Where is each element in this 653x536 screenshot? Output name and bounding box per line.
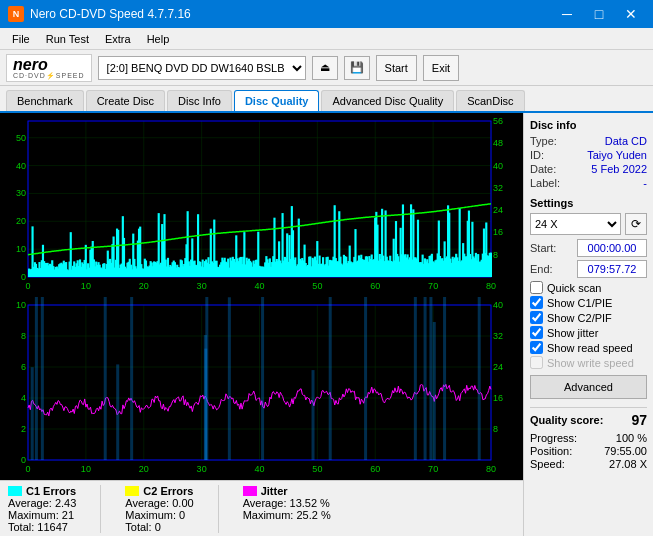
disc-info-section: Disc info Type: Data CD ID: Taiyo Yuden … [530, 119, 647, 189]
disc-info-title: Disc info [530, 119, 647, 131]
show-read-speed-row: Show read speed [530, 341, 647, 354]
c2-label: C2 Errors [143, 485, 193, 497]
maximize-button[interactable]: □ [585, 4, 613, 24]
titlebar: N Nero CD-DVD Speed 4.7.7.16 ─ □ ✕ [0, 0, 653, 28]
jitter-average: Average: 13.52 % [243, 497, 331, 509]
show-read-speed-label: Show read speed [547, 342, 633, 354]
show-jitter-checkbox[interactable] [530, 326, 543, 339]
legend-area: C1 Errors Average: 2.43 Maximum: 21 Tota… [0, 480, 523, 536]
quality-score-value: 97 [631, 412, 647, 428]
disc-type-label: Type: [530, 135, 557, 147]
nero-subbrand: CD·DVD⚡SPEED [13, 72, 85, 80]
show-jitter-label: Show jitter [547, 327, 598, 339]
c2-color-swatch [125, 486, 139, 496]
disc-date-row: Date: 5 Feb 2022 [530, 163, 647, 175]
jitter-maximum: Maximum: 25.2 % [243, 509, 331, 521]
show-c1pie-label: Show C1/PIE [547, 297, 612, 309]
show-c2pif-label: Show C2/PIF [547, 312, 612, 324]
tabs-bar: Benchmark Create Disc Disc Info Disc Qua… [0, 86, 653, 113]
tab-disc-info[interactable]: Disc Info [167, 90, 232, 111]
device-select[interactable]: [2:0] BENQ DVD DD DW1640 BSLB [98, 56, 306, 80]
legend-divider-2 [218, 485, 219, 533]
progress-row: Progress: 100 % [530, 432, 647, 444]
legend-divider-1 [100, 485, 101, 533]
c1-legend: C1 Errors Average: 2.43 Maximum: 21 Tota… [8, 485, 76, 533]
tab-benchmark[interactable]: Benchmark [6, 90, 84, 111]
c1-maximum: Maximum: 21 [8, 509, 76, 521]
show-jitter-row: Show jitter [530, 326, 647, 339]
minimize-button[interactable]: ─ [553, 4, 581, 24]
end-time-row: End: [530, 260, 647, 278]
save-icon-btn[interactable]: 💾 [344, 56, 370, 80]
quick-scan-checkbox[interactable] [530, 281, 543, 294]
refresh-button[interactable]: ⟳ [625, 213, 647, 235]
right-panel: Disc info Type: Data CD ID: Taiyo Yuden … [523, 113, 653, 536]
titlebar-title: Nero CD-DVD Speed 4.7.7.16 [30, 7, 191, 21]
app-icon: N [8, 6, 24, 22]
show-write-speed-row: Show write speed [530, 356, 647, 369]
c2-legend: C2 Errors Average: 0.00 Maximum: 0 Total… [125, 485, 193, 533]
disc-id-value: Taiyo Yuden [587, 149, 647, 161]
quick-scan-row: Quick scan [530, 281, 647, 294]
progress-label: Progress: [530, 432, 577, 444]
progress-section: Progress: 100 % Position: 79:55.00 Speed… [530, 432, 647, 470]
show-c2pif-checkbox[interactable] [530, 311, 543, 324]
speed-label: Speed: [530, 458, 565, 470]
show-read-speed-checkbox[interactable] [530, 341, 543, 354]
jitter-legend: Jitter Average: 13.52 % Maximum: 25.2 % [243, 485, 331, 533]
jitter-color-swatch [243, 486, 257, 496]
close-button[interactable]: ✕ [617, 4, 645, 24]
titlebar-left: N Nero CD-DVD Speed 4.7.7.16 [8, 6, 191, 22]
disc-date-value: 5 Feb 2022 [591, 163, 647, 175]
exit-button[interactable]: Exit [423, 55, 459, 81]
menu-help[interactable]: Help [139, 31, 178, 47]
disc-type-row: Type: Data CD [530, 135, 647, 147]
show-c2pif-row: Show C2/PIF [530, 311, 647, 324]
tab-advanced-disc-quality[interactable]: Advanced Disc Quality [321, 90, 454, 111]
menu-extra[interactable]: Extra [97, 31, 139, 47]
tab-scan-disc[interactable]: ScanDisc [456, 90, 524, 111]
show-write-speed-label: Show write speed [547, 357, 634, 369]
disc-id-row: ID: Taiyo Yuden [530, 149, 647, 161]
start-input[interactable] [577, 239, 647, 257]
settings-title: Settings [530, 197, 647, 209]
quality-score-row: Quality score: 97 [530, 407, 647, 428]
nero-logo: nero CD·DVD⚡SPEED [6, 54, 92, 82]
show-write-speed-checkbox[interactable] [530, 356, 543, 369]
disc-label-label: Label: [530, 177, 560, 189]
titlebar-controls: ─ □ ✕ [553, 4, 645, 24]
advanced-button[interactable]: Advanced [530, 375, 647, 399]
start-button[interactable]: Start [376, 55, 417, 81]
c1-label: C1 Errors [26, 485, 76, 497]
start-time-row: Start: [530, 239, 647, 257]
settings-section: Settings 24 X ⟳ Start: End: Quick scan [530, 197, 647, 399]
c1-total: Total: 11647 [8, 521, 76, 533]
tab-disc-quality[interactable]: Disc Quality [234, 90, 320, 111]
eject-icon-btn[interactable]: ⏏ [312, 56, 338, 80]
tab-create-disc[interactable]: Create Disc [86, 90, 165, 111]
menu-run-test[interactable]: Run Test [38, 31, 97, 47]
position-label: Position: [530, 445, 572, 457]
position-value: 79:55.00 [604, 445, 647, 457]
show-c1pie-checkbox[interactable] [530, 296, 543, 309]
top-chart [0, 113, 523, 297]
position-row: Position: 79:55.00 [530, 445, 647, 457]
speed-select[interactable]: 24 X [530, 213, 621, 235]
menu-file[interactable]: File [4, 31, 38, 47]
c2-total: Total: 0 [125, 521, 193, 533]
disc-id-label: ID: [530, 149, 544, 161]
c1-errors-chart [0, 113, 523, 297]
speed-row-progress: Speed: 27.08 X [530, 458, 647, 470]
main-content: C1 Errors Average: 2.43 Maximum: 21 Tota… [0, 113, 653, 536]
disc-type-value: Data CD [605, 135, 647, 147]
end-input[interactable] [577, 260, 647, 278]
c2-average: Average: 0.00 [125, 497, 193, 509]
jitter-chart [0, 297, 523, 480]
disc-date-label: Date: [530, 163, 556, 175]
c1-color-swatch [8, 486, 22, 496]
end-label: End: [530, 263, 553, 275]
progress-value: 100 % [616, 432, 647, 444]
c1-average: Average: 2.43 [8, 497, 76, 509]
jitter-label: Jitter [261, 485, 288, 497]
disc-label-value: - [643, 177, 647, 189]
